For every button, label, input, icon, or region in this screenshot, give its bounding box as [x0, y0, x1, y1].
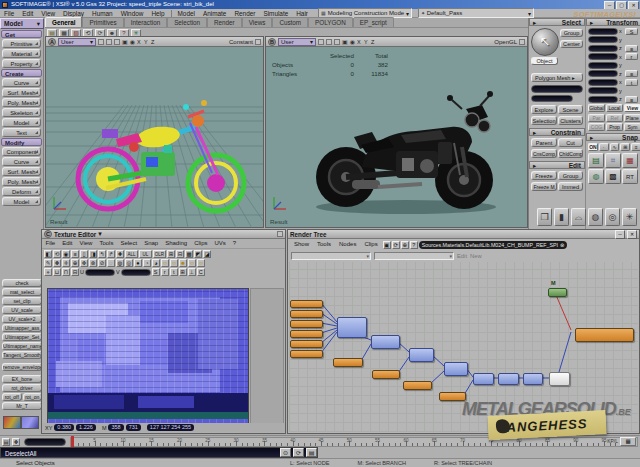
button-rot-on[interactable]: rot_on: [23, 393, 43, 401]
shader-node[interactable]: [473, 373, 494, 385]
transform-s-button[interactable]: S: [625, 28, 638, 35]
image-input-node[interactable]: [290, 330, 323, 338]
viewport-camera-dropdown[interactable]: User▾: [278, 38, 316, 46]
transform-s-y-field[interactable]: [588, 36, 618, 43]
te-toolbar-icon[interactable]: r: [161, 268, 169, 276]
te-toolbar-icon[interactable]: ⊞: [179, 268, 187, 276]
phong-node[interactable]: [549, 372, 570, 386]
te-menu-view[interactable]: View: [76, 239, 96, 248]
material-path-pill[interactable]: Sources.Materials.DefaultLib.M024_CH_BUM…: [419, 241, 568, 249]
te-toolbar-icon[interactable]: ▯: [80, 250, 88, 258]
grid-primitive-icon[interactable]: ⌓: [571, 208, 586, 226]
close-pane-button[interactable]: ✕: [627, 230, 637, 239]
te-toolbar-icon[interactable]: ◩: [194, 250, 202, 258]
panel-arrow-icon[interactable]: ▸: [590, 19, 593, 25]
te-menu-tools[interactable]: Tools: [96, 239, 117, 248]
ref-global-button[interactable]: Global: [588, 104, 605, 112]
tab-render[interactable]: Render: [207, 17, 242, 27]
button-check[interactable]: check: [2, 279, 42, 287]
button-create-model[interactable]: Model: [2, 118, 41, 127]
material-node[interactable]: [575, 328, 634, 342]
button-ex-bone[interactable]: EX_bone: [2, 375, 42, 383]
rt-menu-show[interactable]: Show: [290, 240, 313, 249]
sphere-primitive-icon[interactable]: ◍: [588, 208, 603, 226]
viewport-memo-cam[interactable]: [114, 39, 120, 45]
group-button[interactable]: Group: [560, 29, 583, 37]
panel-arrow-icon[interactable]: ▸: [533, 162, 536, 168]
mix-node[interactable]: [371, 335, 400, 349]
te-toolbar-icon[interactable]: ☺: [188, 259, 196, 267]
button-ultimapper-ass[interactable]: Ultimapper_ass: [2, 324, 42, 332]
tab-primitives[interactable]: Primitives: [82, 17, 123, 27]
explorer-icon[interactable]: ▤: [588, 153, 604, 168]
cylinder-primitive-icon[interactable]: ▮: [554, 208, 569, 226]
te-toolbar-icon[interactable]: ◍: [116, 259, 124, 267]
mix-node[interactable]: [409, 348, 434, 362]
eye-icon[interactable]: ◉: [130, 38, 135, 45]
ref-cog-button[interactable]: COG: [588, 123, 605, 131]
image-input-node[interactable]: [290, 320, 323, 328]
button-modify-curve[interactable]: Curve: [2, 157, 41, 166]
tab-ep-script[interactable]: EP_script: [353, 17, 394, 27]
ref-ref-button[interactable]: Ref: [606, 114, 623, 122]
shader-node[interactable]: [498, 373, 519, 385]
ref-prop-button[interactable]: Prop: [606, 123, 623, 131]
viewport-letter-button[interactable]: B: [268, 38, 276, 46]
axis-lock-buttons[interactable]: X Y Z: [357, 39, 376, 45]
button-ultimapper-set[interactable]: Ultimapper_Set: [2, 333, 42, 341]
snap-point-icon[interactable]: ·: [599, 143, 609, 151]
te-menu-edit[interactable]: Edit: [59, 239, 76, 248]
timeline-options-icon[interactable]: ✥: [12, 438, 20, 446]
transform-options-button[interactable]: ≡: [625, 45, 638, 52]
te-toolbar-icon[interactable]: ◪: [203, 250, 211, 258]
te-toolbar-icon[interactable]: ⊗: [89, 259, 97, 267]
button-modify-model[interactable]: Model: [2, 197, 41, 206]
transform-r-x-field[interactable]: [588, 53, 618, 60]
button-mat-select[interactable]: mat_select: [2, 288, 42, 296]
viewport-memo-cam[interactable]: [98, 39, 104, 45]
cube-primitive-icon[interactable]: ❒: [537, 208, 552, 226]
minimize-pane-button[interactable]: ─: [615, 230, 625, 239]
te-toolbar-icon[interactable]: ✚: [116, 250, 124, 258]
te-toolbar-icon[interactable]: UL: [139, 250, 152, 258]
button-tangent-smooth[interactable]: Tangent_Smooth: [2, 351, 42, 359]
selection-field[interactable]: [531, 85, 583, 93]
te-toolbar-icon[interactable]: ⊞: [167, 250, 175, 258]
te-toolbar-icon[interactable]: ◕: [152, 259, 160, 267]
te-toolbar-icon[interactable]: ⊥: [188, 268, 196, 276]
te-toolbar-icon[interactable]: ☺: [197, 259, 205, 267]
viewport-b[interactable]: B User▾ ▣ ◉ X Y Z OpenGL: [265, 36, 528, 228]
clusters-button[interactable]: Clusters: [558, 116, 583, 125]
rt-menu-tools[interactable]: Tools: [313, 240, 335, 249]
ref-local-button[interactable]: Local: [606, 104, 623, 112]
object-mode-button[interactable]: Object: [531, 57, 558, 65]
freeze-m-button[interactable]: Freeze M: [531, 182, 557, 191]
te-toolbar-icon[interactable]: ⊘: [98, 259, 106, 267]
lock-icon[interactable]: ▣: [383, 241, 391, 249]
button-set-clip[interactable]: set_clip: [2, 297, 42, 305]
image-input-node[interactable]: [290, 340, 323, 348]
tab-polygon[interactable]: POLYGON: [308, 17, 353, 27]
texture-thumbnail[interactable]: [21, 416, 39, 429]
chldcomp-button[interactable]: ChldComp: [558, 149, 583, 158]
image-input-node[interactable]: [290, 310, 323, 318]
te-menu-file[interactable]: File: [42, 239, 59, 248]
button-uv-scale-2[interactable]: UV_scale×2: [2, 315, 42, 323]
axis-lock-buttons[interactable]: X Y Z: [137, 39, 156, 45]
te-menu-snap[interactable]: Snap: [141, 239, 162, 248]
explore-button[interactable]: Explore: [531, 105, 557, 114]
te-toolbar-icon[interactable]: ☺: [161, 259, 169, 267]
bump-node[interactable]: [548, 288, 567, 297]
null-primitive-icon[interactable]: ✳: [622, 208, 637, 226]
transform-t-x-field[interactable]: [588, 79, 618, 86]
cnscomp-button[interactable]: CnsComp: [531, 149, 557, 158]
selection-filter-dropdown[interactable]: Polygon Mesh ▸: [531, 73, 583, 82]
te-toolbar-icon[interactable]: OLR: [153, 250, 166, 258]
te-toolbar-icon[interactable]: ◌: [107, 259, 115, 267]
te-toolbar-icon[interactable]: S: [152, 268, 160, 276]
te-menu-select[interactable]: Select: [117, 239, 141, 248]
new-button[interactable]: New: [470, 253, 482, 259]
button-remove-envelope[interactable]: remove_envelope: [2, 363, 42, 371]
te-toolbar-icon[interactable]: ✎: [44, 259, 52, 267]
te-toolbar-icon[interactable]: ↰: [98, 250, 106, 258]
